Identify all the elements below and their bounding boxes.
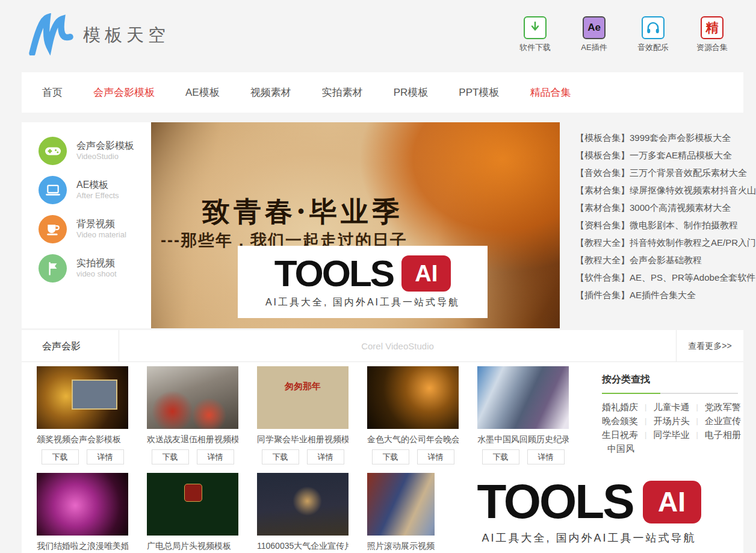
hero-banner[interactable]: 致青春·毕业季 ---那些年，我们一起走过的日子 TOOLS AI AI工具大全… (151, 122, 560, 328)
nav-item-pr-templates[interactable]: PR模板 (394, 86, 429, 99)
main-row: 会声会影模板 VideoStudio AE模板 After Effects (22, 122, 756, 328)
logo-m-icon (28, 13, 75, 58)
quick-link-software-download[interactable]: 软件下载 (516, 16, 554, 53)
nav-item-footage[interactable]: 实拍素材 (322, 86, 363, 99)
hot-link[interactable]: 【插件合集】AE插件合集大全 (575, 286, 756, 304)
template-title[interactable]: 我们结婚啦之浪漫唯美婚礼相 (37, 541, 128, 552)
template-thumbnail[interactable] (257, 473, 349, 536)
category-link[interactable]: 生日祝寿 (602, 428, 638, 442)
site-logo[interactable]: 模板天空 (28, 13, 170, 58)
template-title[interactable]: 水墨中国风回顾历史纪录之会 (477, 434, 569, 445)
section-title: 会声会影 (22, 330, 119, 362)
thumbnail-overlay-text: 匆匆那年 (257, 381, 349, 392)
template-title[interactable]: 11060035大气企业宣传片头 (257, 541, 349, 552)
category-panel-title: 按分类查找 (602, 373, 738, 386)
category-link[interactable]: 婚礼婚庆 (602, 400, 638, 414)
tools-ai-watermark: TOOLS AI AI工具大全, 国内外AI工具一站式导航 (238, 246, 488, 318)
template-thumbnail[interactable] (477, 366, 569, 429)
template-thumbnail[interactable] (37, 366, 128, 429)
hot-link[interactable]: 【教程大全】会声会影基础教程 (575, 251, 756, 269)
sidebar-item-background-video[interactable]: 背景视频 Video material (22, 210, 151, 249)
jing-badge-icon: 精 (701, 16, 723, 39)
detail-button[interactable]: 详情 (87, 449, 124, 464)
sidebar-item-subtitle: VideoStudio (76, 152, 134, 161)
category-link[interactable]: 电子相册 (705, 428, 741, 442)
template-thumbnail[interactable]: 匆匆那年 (257, 366, 349, 429)
download-button[interactable]: 下载 (42, 449, 79, 464)
detail-button[interactable]: 详情 (527, 449, 565, 464)
detail-button[interactable]: 详情 (307, 449, 344, 464)
main-nav: 首页 会声会影模板 AE模板 视频素材 实拍素材 PR模板 PPT模板 精品合集 (22, 72, 743, 113)
template-thumbnail[interactable] (147, 366, 238, 429)
category-link[interactable]: 企业宣传 (705, 414, 741, 428)
quick-link-resource-collection[interactable]: 精 资源合集 (693, 16, 731, 53)
sidebar-item-ae-templates[interactable]: AE模板 After Effects (22, 170, 151, 210)
banner-title: 致青春·毕业季 (202, 193, 403, 231)
template-title[interactable]: 广电总局片头视频模板 (147, 541, 238, 552)
category-link[interactable]: 晚会颁奖 (602, 414, 638, 428)
detail-button[interactable]: 详情 (197, 449, 234, 464)
hot-link[interactable]: 【资料合集】微电影剧本、制作拍摄教程 (575, 216, 756, 234)
template-thumbnail[interactable] (367, 366, 459, 429)
hot-link[interactable]: 【教程大全】抖音特效制作教程之AE/PR入门 (575, 234, 756, 251)
separator: | (696, 428, 698, 442)
category-link[interactable]: 党政军警 (705, 400, 741, 414)
header-quick-links: 软件下载 Ae AE插件 音效配乐 精 资源合集 (516, 16, 731, 53)
template-title[interactable]: 同学聚会毕业相册视频模板 (257, 434, 349, 445)
template-card: 水墨中国风回顾历史纪录之会 下载 详情 (477, 366, 569, 464)
sidebar-item-real-shot-video[interactable]: 实拍视频 video shoot (22, 249, 151, 288)
quick-link-ae-plugin[interactable]: Ae AE插件 (575, 16, 613, 53)
ai-logo-icon: AI (643, 481, 701, 523)
watermark-brand: TOOLS (274, 255, 393, 292)
watermark-tagline: AI工具大全, 国内外AI工具一站式导航 (482, 531, 696, 545)
site-header: 模板天空 软件下载 Ae AE插件 音效配乐 精 资源合集 (0, 0, 756, 71)
hot-link[interactable]: 【素材合集】3000个高清视频素材大全 (575, 199, 756, 216)
category-link[interactable]: 开场片头 (653, 414, 689, 428)
sidebar-item-subtitle: Video material (76, 230, 126, 240)
sidebar-item-subtitle: After Effects (76, 191, 119, 201)
hot-link[interactable]: 【模板合集】3999套会声会影模板大全 (575, 129, 756, 146)
download-button[interactable]: 下载 (262, 449, 299, 464)
sidebar-item-videostudio[interactable]: 会声会影模板 VideoStudio (22, 131, 151, 170)
tools-ai-watermark: TOOLS AI AI工具大全, 国内外AI工具一站式导航 (435, 470, 743, 553)
section-header: 会声会影 Corel VideoStudio 查看更多>> (22, 330, 743, 362)
download-button[interactable]: 下载 (152, 449, 189, 464)
quick-link-label: AE插件 (581, 42, 607, 53)
hot-link[interactable]: 【软件合集】AE、PS、PR等Adobe全套软件 (575, 269, 756, 286)
template-card: 广电总局片头视频模板 (147, 473, 238, 552)
section-subtitle: Corel VideoStudio (119, 341, 676, 351)
template-title[interactable]: 金色大气的公司年会晚会震撼 (367, 434, 459, 445)
nav-item-premium-collection[interactable]: 精品合集 (530, 86, 571, 99)
category-link[interactable]: 中国风 (607, 442, 634, 455)
template-thumbnail[interactable] (37, 473, 128, 536)
gamepad-icon (39, 137, 67, 165)
see-more-link[interactable]: 查看更多>> (676, 330, 743, 362)
separator: | (645, 428, 646, 442)
template-card: 11060035大气企业宣传片头 (257, 473, 349, 552)
sidebar-item-title: 实拍视频 (76, 257, 117, 269)
download-button[interactable]: 下载 (482, 449, 519, 464)
cards-row-2: 我们结婚啦之浪漫唯美婚礼相 广电总局片头视频模板 11060035大气企业宣传片… (37, 473, 459, 552)
hot-link[interactable]: 【音效合集】三万个背景音效配乐素材大全 (575, 164, 756, 181)
quick-link-label: 音效配乐 (637, 42, 669, 53)
nav-item-ae-templates[interactable]: AE模板 (185, 86, 220, 99)
hot-link[interactable]: 【素材合集】绿屏抠像特效视频素材抖音火山 (575, 181, 756, 199)
nav-item-video-material[interactable]: 视频素材 (250, 86, 291, 99)
quick-link-sound-music[interactable]: 音效配乐 (634, 16, 672, 53)
hot-link[interactable]: 【模板合集】一万多套AE精品模板大全 (575, 146, 756, 164)
category-link[interactable]: 同学毕业 (653, 428, 689, 442)
sidebar-item-title: 背景视频 (76, 218, 126, 230)
category-link[interactable]: 儿童卡通 (653, 400, 689, 414)
quick-link-label: 资源合集 (696, 42, 728, 53)
nav-item-videostudio-templates[interactable]: 会声会影模板 (93, 86, 155, 99)
template-thumbnail[interactable] (147, 473, 238, 536)
nav-item-home[interactable]: 首页 (42, 86, 63, 99)
detail-button[interactable]: 详情 (417, 449, 454, 464)
template-title[interactable]: 颁奖视频会声会影模板 (37, 434, 128, 445)
nav-item-ppt-templates[interactable]: PPT模板 (459, 86, 499, 99)
download-icon (524, 16, 547, 39)
separator: | (696, 400, 698, 414)
template-title[interactable]: 欢送战友退伍相册视频模板 (147, 434, 238, 445)
download-button[interactable]: 下载 (372, 449, 409, 464)
laptop-icon (39, 176, 67, 204)
